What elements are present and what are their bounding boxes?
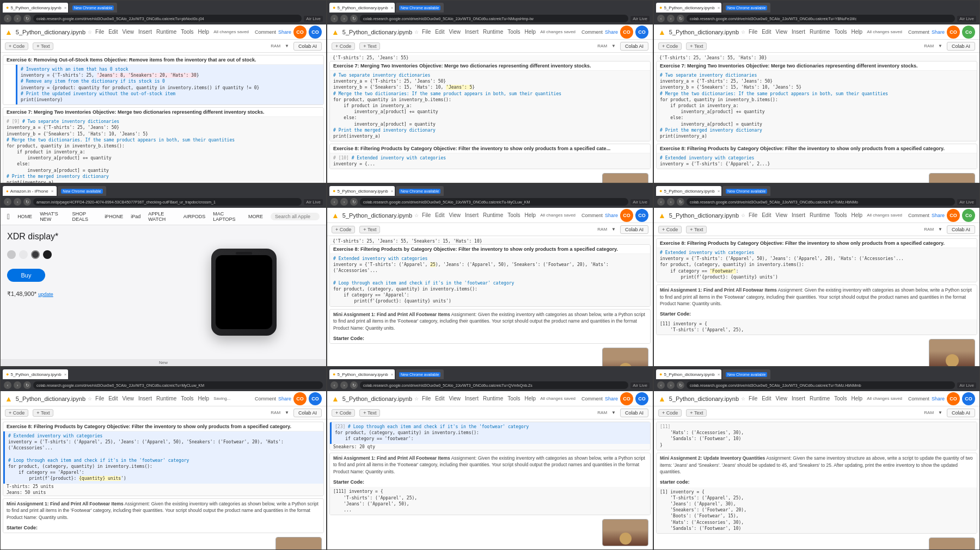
add-code-btn[interactable]: + Code [5, 42, 28, 50]
runtime-mm[interactable]: Runtime [483, 212, 503, 218]
menu-tools-tr[interactable]: Tools [834, 29, 847, 35]
forward-btn[interactable]: › [14, 15, 21, 22]
menu-view-mid[interactable]: View [449, 29, 461, 35]
help-bl[interactable]: Help [198, 395, 210, 401]
fwd-bl[interactable]: › [14, 381, 21, 389]
nav-airpods[interactable]: AIRPODS [183, 214, 206, 219]
file-mm[interactable]: File [422, 212, 431, 218]
url-field-bm[interactable]: colab.research.google.com/drive/nId3Oux0… [360, 381, 628, 389]
fwd-btn-mid[interactable]: › [340, 15, 348, 22]
code-11-mr[interactable]: [11] inventory = { 'T-shirts': ('Apparel… [657, 319, 977, 335]
tab-close-bl[interactable]: × [64, 372, 67, 377]
back-br[interactable]: ‹ [657, 381, 665, 389]
tab-new-chrome[interactable]: New Chrome available [69, 3, 117, 13]
menu-help[interactable]: Help [198, 29, 210, 35]
insert-bl[interactable]: Insert [138, 395, 152, 401]
edit-mr[interactable]: Edit [762, 212, 771, 218]
add-code-mid[interactable]: + Code [332, 42, 355, 50]
fwd-ml[interactable]: › [14, 198, 21, 206]
code-8-bl[interactable]: # Extended inventory with categories inv… [3, 431, 323, 484]
comment-btn-tr[interactable]: Comment [908, 29, 929, 35]
view-mm[interactable]: View [449, 212, 461, 218]
code-8-mid[interactable]: # [10] # Extended inventory with categor… [330, 153, 650, 169]
code-7-mid[interactable]: # Two separate inventory dictionaries in… [330, 71, 650, 141]
reload-btn[interactable]: ↻ [23, 15, 31, 22]
nav-mac[interactable]: MAC LAPTOPS [213, 211, 241, 222]
view-mr[interactable]: View [775, 212, 787, 218]
reload-bl[interactable]: ↻ [23, 381, 31, 389]
back-btn[interactable]: ‹ [4, 15, 11, 22]
reload-mm[interactable]: ↻ [350, 198, 358, 206]
edit-bl[interactable]: Edit [108, 395, 118, 401]
code-1-br[interactable]: [1] inventory = { 'T-shirts': ('Apparel'… [657, 487, 977, 533]
text-mm[interactable]: + Text [359, 226, 380, 233]
comment-bm[interactable]: Comment [581, 396, 603, 401]
menu-help-mid[interactable]: Help [525, 29, 536, 35]
star-tr[interactable]: ☆ [741, 29, 745, 35]
share-btn-mid[interactable]: Share [605, 29, 618, 35]
insert-mr[interactable]: Insert [792, 212, 805, 218]
runtime-br[interactable]: Runtime [810, 395, 830, 401]
nav-shop-deals[interactable]: SHOP DEALS [72, 211, 97, 222]
text-bm[interactable]: + Text [359, 409, 380, 417]
url-field-br[interactable]: colab.research.google.com/drive/nId3Oux0… [687, 381, 955, 389]
apple-search-input[interactable] [271, 213, 320, 220]
nav-more[interactable]: MORE [248, 214, 263, 219]
add-code-tr[interactable]: + Code [658, 42, 682, 50]
menu-tools[interactable]: Tools [181, 29, 193, 35]
file-bm[interactable]: File [422, 395, 431, 401]
url-field-ml[interactable]: amazon.in/dp/page/4CFFD4-2920-4074-8994-… [33, 198, 302, 206]
back-mm[interactable]: ‹ [330, 198, 338, 206]
fwd-mr[interactable]: › [667, 198, 675, 206]
code-bm[interactable]: + Code [332, 409, 355, 417]
edit-br[interactable]: Edit [762, 395, 771, 401]
text-br[interactable]: + Text [686, 409, 707, 417]
nav-home[interactable]: HOME [17, 214, 32, 219]
code-cell-6[interactable]: # Inventory with an item that has 0 stoc… [16, 65, 323, 104]
ai-br[interactable]: Colab AI [947, 409, 975, 417]
tab-close-mid[interactable]: × [391, 5, 394, 10]
tab-close-mr[interactable]: × [718, 189, 720, 194]
menu-file[interactable]: File [95, 29, 104, 35]
tab-close-tr[interactable]: × [718, 5, 720, 10]
menu-insert-mid[interactable]: Insert [465, 29, 479, 35]
menu-insert-tr[interactable]: Insert [792, 29, 805, 35]
tab-active-mm[interactable]: ● 5_Python_dictionary.ipynb × [329, 186, 395, 196]
tab-active-top-left[interactable]: ● 5_Python_dictionary.ipynb × [3, 3, 68, 13]
add-text-btn[interactable]: + Text [33, 42, 53, 50]
code-mm[interactable]: + Code [332, 226, 355, 233]
view-bm[interactable]: View [449, 395, 461, 401]
runtime-bl[interactable]: Runtime [156, 395, 176, 401]
tab-new-bm[interactable]: New Chrome available [396, 369, 444, 379]
tools-br[interactable]: Tools [834, 395, 847, 401]
url-field-mr[interactable]: colab.research.google.com/drive/nId3Oux0… [687, 198, 955, 206]
swatch-silver[interactable] [7, 250, 16, 259]
tab-close[interactable]: × [64, 5, 67, 10]
share-mr[interactable]: Share [932, 213, 945, 218]
fwd-br[interactable]: › [667, 381, 675, 389]
add-text-mid[interactable]: + Text [359, 42, 380, 50]
tools-mm[interactable]: Tools [507, 212, 520, 218]
menu-runtime-mid[interactable]: Runtime [483, 29, 503, 35]
cell-23[interactable]: [23] # Loop through each item and check … [330, 422, 650, 444]
tab-new-mr[interactable]: New Chrome available [722, 186, 770, 196]
ai-mr[interactable]: Colab AI [947, 225, 975, 234]
ai-mm[interactable]: Colab AI [620, 225, 648, 234]
comment-btn-mid[interactable]: Comment [581, 29, 603, 35]
tools-mr[interactable]: Tools [834, 212, 847, 218]
share-btn-tr[interactable]: Share [932, 29, 945, 35]
tab-active-top-right[interactable]: ● 5_Python_dictionary.ipynb × [656, 3, 721, 13]
text-mr[interactable]: + Text [686, 226, 707, 233]
code-bl[interactable]: + Code [5, 409, 28, 417]
tab-active-bl[interactable]: ● 5_Python_dictionary.ipynb × [3, 369, 68, 379]
tab-active-bm[interactable]: ● 5_Python_dictionary.ipynb × [329, 369, 395, 379]
back-btn-mid[interactable]: ‹ [330, 15, 338, 22]
insert-br[interactable]: Insert [792, 395, 805, 401]
buy-button[interactable]: Buy [7, 269, 45, 282]
share-mm[interactable]: Share [605, 213, 618, 218]
code-8-mr[interactable]: # Extended inventory with categories inv… [657, 248, 977, 282]
reload-ml[interactable]: ↻ [23, 198, 31, 206]
code-br[interactable]: + Code [658, 409, 682, 417]
fwd-mm[interactable]: › [340, 198, 348, 206]
tools-bm[interactable]: Tools [507, 395, 520, 401]
